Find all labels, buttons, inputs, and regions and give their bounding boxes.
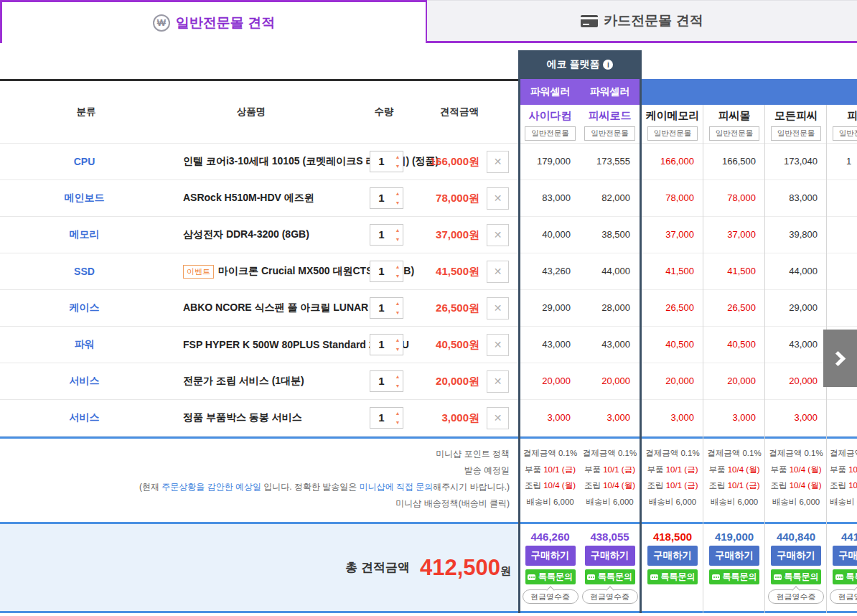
vendor-price-cell: 3,000	[642, 400, 703, 437]
vendor-total: 440,840	[777, 531, 815, 543]
seller-type-badge: 일반전문몰	[771, 126, 822, 141]
vendor-name[interactable]: 피씨몰	[718, 109, 751, 123]
talk-label: 톡톡문의	[846, 571, 857, 583]
qty-decrease-button[interactable]	[393, 162, 403, 171]
qty-decrease-button[interactable]	[393, 235, 403, 244]
remove-item-button[interactable]	[487, 334, 509, 356]
vendor-price-cell: 43,260	[520, 253, 580, 290]
product-cell: 삼성전자 DDR4-3200 (8GB)	[169, 228, 370, 241]
parts-date: 10/1 (금)	[666, 465, 698, 474]
quantity-stepper[interactable]: 1	[370, 187, 403, 209]
quantity-stepper[interactable]: 1	[370, 261, 403, 282]
shipping-fee[interactable]: 배송비 6,000	[703, 494, 765, 510]
quantity-stepper[interactable]: 1	[370, 297, 403, 319]
quantity-value[interactable]: 1	[370, 188, 393, 208]
buy-button[interactable]: 구매하기	[585, 546, 635, 566]
remove-item-button[interactable]	[487, 151, 509, 173]
buy-button[interactable]: 구매하기	[647, 546, 698, 566]
price-value: 40,500	[665, 339, 694, 350]
quantity-value[interactable]: 1	[370, 225, 393, 245]
qty-increase-button[interactable]	[393, 335, 403, 345]
shipping-fee[interactable]: 배송비 6,000	[765, 494, 827, 510]
tab-general-mall-quote[interactable]: 일반전문몰 견적	[0, 0, 427, 43]
quantity-stepper[interactable]: 1	[370, 407, 403, 429]
shipping-fee[interactable]: 배송비 6,000	[830, 494, 857, 510]
quantity-value[interactable]: 1	[370, 298, 393, 318]
qty-decrease-button[interactable]	[393, 308, 403, 317]
quantity-stepper[interactable]: 1	[370, 224, 403, 246]
remove-item-button[interactable]	[487, 407, 509, 429]
buy-button[interactable]: 구매하기	[525, 546, 576, 566]
cash-receipt-button[interactable]: 현금영수증	[523, 589, 579, 604]
info-icon[interactable]	[603, 60, 613, 70]
buy-button[interactable]: 구매하기	[709, 546, 759, 566]
quantity-stepper[interactable]: 1	[370, 334, 403, 355]
ship-policy-label[interactable]: 미니샵 배송정책(배송비 클릭)	[0, 495, 510, 512]
talk-inquiry-button[interactable]: 톡톡문의	[709, 569, 759, 584]
parts-date: 10	[848, 465, 857, 474]
price-value: 3,000	[794, 412, 818, 423]
shipping-fee[interactable]: 배송비 6,000	[642, 494, 703, 510]
qty-increase-button[interactable]	[393, 152, 403, 162]
vendor-price-cell: 20,000	[765, 363, 827, 400]
remove-item-button[interactable]	[487, 370, 509, 393]
vendor-name[interactable]: 사이다컴	[529, 109, 572, 123]
vendor-price-cell: 29,000	[520, 290, 580, 327]
vendor-price-cell	[827, 290, 857, 327]
qty-decrease-button[interactable]	[393, 345, 403, 354]
shipping-fee[interactable]: 배송비 6,000	[520, 494, 580, 510]
buy-button[interactable]: 구매하기	[771, 546, 821, 566]
qty-increase-button[interactable]	[393, 189, 403, 198]
qty-increase-button[interactable]	[393, 262, 403, 271]
talk-inquiry-button[interactable]: 톡톡문의	[771, 569, 821, 584]
quantity-value[interactable]: 1	[370, 371, 393, 391]
price-value: 28,000	[601, 302, 630, 313]
quantity-value[interactable]: 1	[370, 151, 393, 172]
remove-item-button[interactable]	[487, 297, 509, 319]
quantity-stepper[interactable]: 1	[370, 370, 403, 392]
next-vendors-button[interactable]	[823, 330, 857, 387]
qty-decrease-button[interactable]	[393, 381, 403, 391]
remove-item-button[interactable]	[487, 261, 509, 283]
product-name: 삼성전자 DDR4-3200 (8GB)	[183, 228, 309, 241]
vendor-name[interactable]: 피씨	[847, 109, 857, 123]
vendor-price-cell: 3,000	[580, 400, 640, 437]
qty-increase-button[interactable]	[393, 409, 403, 418]
remove-item-button[interactable]	[487, 187, 509, 210]
cash-receipt-button[interactable]: 현금영수증	[582, 589, 638, 604]
vendor-name[interactable]: 모든피씨	[774, 109, 818, 123]
total-quote-suffix: 원	[500, 564, 511, 578]
buy-button[interactable]: 구매하기	[833, 546, 857, 566]
vendor-price-cell: 1	[827, 144, 857, 180]
vendor-name[interactable]: 피씨로드	[589, 109, 632, 123]
vendor-name[interactable]: 케이메모리	[646, 109, 700, 123]
shipping-fee[interactable]: 배송비 6,000	[580, 494, 640, 510]
quantity-value[interactable]: 1	[370, 335, 393, 355]
vendor-column: 파워셀러사이다컴일반전문몰179,00083,00040,00043,26029…	[518, 79, 580, 613]
qty-decrease-button[interactable]	[393, 198, 403, 207]
qty-increase-button[interactable]	[393, 225, 403, 235]
vendor-price-cell: 40,000	[520, 217, 580, 253]
talk-inquiry-button[interactable]: 톡톡문의	[647, 569, 698, 584]
header-quote-price: 견적금액	[416, 106, 502, 118]
speech-bubble-icon	[587, 574, 595, 580]
qty-increase-button[interactable]	[393, 372, 403, 381]
talk-inquiry-button[interactable]: 톡톡문의	[585, 569, 635, 584]
remove-item-button[interactable]	[487, 224, 509, 246]
category-label: 메모리	[0, 228, 169, 241]
cash-receipt-button[interactable]: 현금영수증	[830, 589, 857, 604]
qty-decrease-button[interactable]	[393, 271, 403, 281]
talk-inquiry-button[interactable]: 톡톡문의	[833, 569, 857, 584]
talk-inquiry-button[interactable]: 톡톡문의	[525, 569, 576, 584]
quantity-stepper[interactable]: 1	[370, 151, 403, 172]
tab-card-mall-quote[interactable]: 카드전문몰 견적	[427, 0, 857, 43]
vendor-price-cell: 166,500	[703, 144, 765, 180]
qty-decrease-button[interactable]	[393, 418, 403, 427]
mileage-rate: 결제금액 0.1%	[765, 445, 827, 462]
quantity-value[interactable]: 1	[370, 408, 393, 428]
credit-card-icon	[581, 15, 598, 27]
price-value: 26,500	[665, 302, 694, 313]
quantity-value[interactable]: 1	[370, 261, 393, 281]
qty-increase-button[interactable]	[393, 299, 403, 308]
cash-receipt-button[interactable]: 현금영수증	[768, 589, 824, 604]
